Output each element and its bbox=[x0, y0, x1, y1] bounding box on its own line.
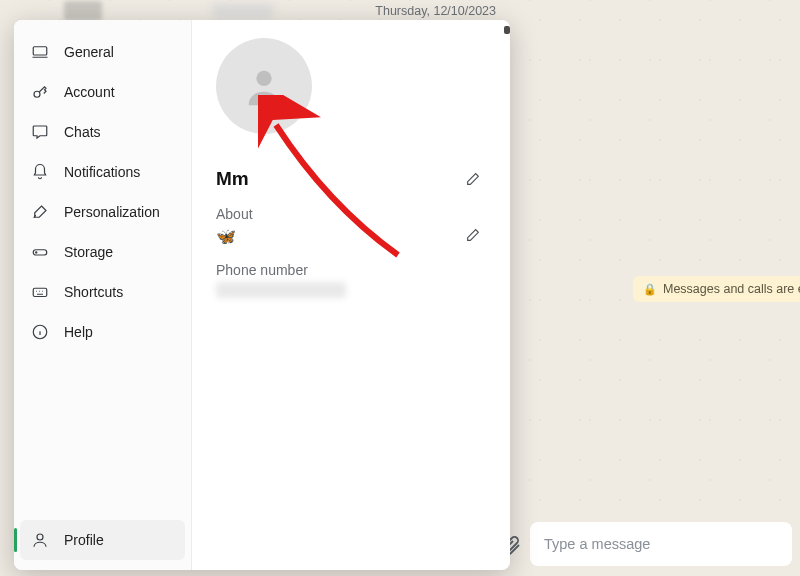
profile-panel: Mm About 🦋 Phone number bbox=[192, 20, 510, 570]
settings-window: General Account Chats Notifications Pers… bbox=[14, 20, 510, 570]
phone-number-redacted bbox=[216, 282, 346, 298]
sidebar-label: Shortcuts bbox=[64, 284, 123, 300]
svg-point-3 bbox=[36, 252, 37, 253]
sidebar-item-profile[interactable]: Profile bbox=[20, 520, 185, 560]
sidebar-item-notifications[interactable]: Notifications bbox=[14, 152, 191, 192]
chat-name-blurred bbox=[213, 4, 273, 18]
storage-icon bbox=[30, 242, 50, 262]
chat-list-header: Thursday, 12/10/2023 bbox=[60, 0, 500, 22]
svg-rect-0 bbox=[33, 47, 47, 55]
sidebar-label: Profile bbox=[64, 532, 104, 548]
sidebar-label: Account bbox=[64, 84, 115, 100]
about-label: About bbox=[216, 206, 486, 222]
sidebar-item-help[interactable]: Help bbox=[14, 312, 191, 352]
bell-icon bbox=[30, 162, 50, 182]
encryption-notice: 🔒 Messages and calls are end-to-end enc bbox=[633, 276, 800, 302]
settings-sidebar: General Account Chats Notifications Pers… bbox=[14, 20, 192, 570]
key-icon bbox=[30, 82, 50, 102]
sidebar-label: Help bbox=[64, 324, 93, 340]
person-silhouette-icon bbox=[241, 63, 287, 109]
pencil-icon bbox=[465, 171, 481, 187]
person-icon bbox=[30, 530, 50, 550]
profile-avatar[interactable] bbox=[216, 38, 312, 134]
sidebar-item-account[interactable]: Account bbox=[14, 72, 191, 112]
profile-name: Mm bbox=[216, 168, 249, 190]
sidebar-label: General bbox=[64, 44, 114, 60]
lock-icon: 🔒 bbox=[643, 283, 657, 296]
pencil-icon bbox=[465, 227, 481, 243]
sidebar-label: Storage bbox=[64, 244, 113, 260]
svg-rect-4 bbox=[33, 288, 47, 296]
chat-icon bbox=[30, 122, 50, 142]
sidebar-item-chats[interactable]: Chats bbox=[14, 112, 191, 152]
about-value: 🦋 bbox=[216, 227, 236, 246]
scrollbar-thumb[interactable] bbox=[504, 26, 510, 34]
edit-name-button[interactable] bbox=[460, 166, 486, 192]
encryption-text: Messages and calls are end-to-end enc bbox=[663, 282, 800, 296]
avatar-thumbnail bbox=[64, 1, 102, 21]
svg-point-1 bbox=[34, 91, 40, 97]
sidebar-item-general[interactable]: General bbox=[14, 32, 191, 72]
sidebar-item-storage[interactable]: Storage bbox=[14, 232, 191, 272]
phone-label: Phone number bbox=[216, 262, 486, 278]
chat-date: Thursday, 12/10/2023 bbox=[375, 4, 496, 18]
sidebar-label: Notifications bbox=[64, 164, 140, 180]
sidebar-item-personalization[interactable]: Personalization bbox=[14, 192, 191, 232]
sidebar-label: Personalization bbox=[64, 204, 160, 220]
edit-about-button[interactable] bbox=[460, 222, 486, 248]
svg-point-7 bbox=[256, 71, 271, 86]
brush-icon bbox=[30, 202, 50, 222]
sidebar-label: Chats bbox=[64, 124, 101, 140]
composer-placeholder: Type a message bbox=[544, 536, 650, 552]
keyboard-icon bbox=[30, 282, 50, 302]
sidebar-item-shortcuts[interactable]: Shortcuts bbox=[14, 272, 191, 312]
message-composer[interactable]: Type a message bbox=[530, 522, 792, 566]
info-icon bbox=[30, 322, 50, 342]
svg-point-6 bbox=[37, 534, 43, 540]
laptop-icon bbox=[30, 42, 50, 62]
